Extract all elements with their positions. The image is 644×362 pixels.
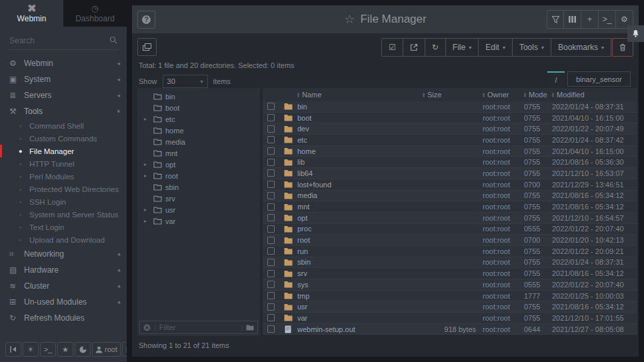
table-row-sbin[interactable]: sbinroot:root07552022/01/24 - 08:37:31 — [263, 257, 637, 269]
table-row-lost-found[interactable]: lost+foundroot:root07002021/12/29 - 13:4… — [263, 179, 637, 191]
table-row-root[interactable]: rootroot:root07002022/01/20 - 10:42:13 — [263, 235, 637, 246]
tree-item-bin[interactable]: bin — [137, 91, 260, 102]
expand-arrow-icon[interactable]: ▸ — [144, 116, 153, 122]
sidebar-subitem-command-shell[interactable]: ∘Command Shell — [0, 119, 127, 132]
breadcrumb-root[interactable]: / — [547, 71, 565, 87]
table-row-dev[interactable]: devroot:root07552022/01/22 - 20:07:49 — [263, 123, 637, 135]
table-row-opt[interactable]: optroot:root07552021/12/10 - 16:54:57 — [263, 213, 637, 224]
breadcrumb-current[interactable]: binary_sensor — [567, 71, 631, 87]
sidebar-subitem-upload-and-download[interactable]: ∘Upload and Download — [0, 233, 127, 246]
row-checkbox[interactable] — [267, 214, 275, 221]
sidebar-item-tools[interactable]: ⚒Tools▾ — [0, 103, 127, 119]
table-row-webmin-setup-out[interactable]: webmin-setup.out918 bytesroot:root064420… — [263, 324, 637, 335]
row-checkbox[interactable] — [267, 125, 275, 133]
terminal-prompt-button[interactable]: >_ — [599, 10, 616, 29]
table-row-boot[interactable]: bootroot:root07552021/04/10 - 16:15:00 — [263, 113, 637, 124]
tree-item-sbin[interactable]: sbin — [137, 181, 260, 193]
columns-button[interactable] — [564, 10, 581, 29]
tree-item-mnt[interactable]: mnt — [137, 147, 260, 159]
column-header-modified[interactable]: ▴▾Modified — [552, 91, 637, 99]
row-checkbox[interactable] — [267, 247, 275, 255]
tree-item-root[interactable]: ▸root — [137, 170, 260, 181]
row-checkbox[interactable] — [267, 203, 275, 211]
sidebar-item-un-used-modules[interactable]: ⊞Un-used Modules◂ — [0, 294, 127, 310]
row-checkbox[interactable] — [267, 259, 275, 266]
sidebar-item-cluster[interactable]: ≋Cluster◂ — [0, 278, 127, 294]
tree-item-home[interactable]: home — [137, 125, 260, 136]
refresh-button[interactable]: ↻ — [425, 38, 446, 57]
table-row-media[interactable]: mediaroot:root07552021/08/16 - 05:34:12 — [263, 191, 637, 202]
table-row-usr[interactable]: usrroot:root07552021/08/16 - 05:34:12 — [263, 301, 637, 313]
tree-item-usr[interactable]: ▸usr — [137, 204, 260, 215]
column-header-owner[interactable]: ▴▾Owner — [483, 91, 524, 99]
table-row-lib64[interactable]: lib64root:root07552021/12/10 - 16:53:07 — [263, 168, 637, 179]
tree-item-media[interactable]: media — [137, 136, 260, 147]
menu-file-button[interactable]: File▾ — [446, 38, 479, 57]
table-row-lib[interactable]: libroot:root07552021/08/16 - 05:36:30 — [263, 157, 637, 168]
sidebar-subitem-http-tunnel[interactable]: ∘HTTP Tunnel — [0, 157, 127, 170]
plus-button[interactable]: + — [581, 10, 599, 29]
export-button[interactable] — [403, 38, 425, 57]
sidebar-item-servers[interactable]: ≣Servers◂ — [0, 87, 127, 103]
table-row-bin[interactable]: binroot:root07552022/01/24 - 08:37:31 — [263, 101, 637, 113]
row-checkbox[interactable] — [267, 159, 275, 166]
row-checkbox[interactable] — [267, 192, 275, 199]
sidebar-item-refresh-modules[interactable]: ↻Refresh Modules — [0, 310, 127, 326]
table-row-run[interactable]: runroot:root07552022/01/22 - 20:09:21 — [263, 246, 637, 257]
favorite-star-icon[interactable]: ☆ — [344, 12, 355, 27]
duplicate-window-button[interactable] — [137, 38, 157, 56]
user-button[interactable]: root — [92, 342, 121, 357]
row-checkbox[interactable] — [267, 270, 275, 277]
row-checkbox[interactable] — [267, 237, 275, 244]
expand-arrow-icon[interactable]: ▸ — [144, 218, 153, 224]
menu-tools-button[interactable]: Tools▾ — [513, 38, 551, 57]
menu-edit-button[interactable]: Edit▾ — [479, 38, 513, 57]
page-size-select[interactable]: 30 ▾ — [163, 75, 208, 88]
select-all-button[interactable]: ☑ — [381, 38, 403, 57]
tree-item-opt[interactable]: ▸opt — [137, 159, 260, 170]
sidebar-subitem-system-and-server-status[interactable]: ∘System and Server Status — [0, 208, 127, 221]
table-row-etc[interactable]: etcroot:root07552022/01/24 - 08:37:42 — [263, 135, 637, 146]
column-header-size[interactable]: ▴▾Size — [423, 91, 483, 99]
column-header-name[interactable]: ▴▾Name — [297, 91, 423, 99]
row-checkbox[interactable] — [267, 103, 275, 110]
sidebar-subitem-text-login[interactable]: ∘Text Login — [0, 221, 127, 233]
tab-webmin[interactable]: ⌘ Webmin — [0, 0, 63, 27]
terminal-button[interactable]: >_ — [40, 342, 56, 357]
folder-filter-icon[interactable] — [246, 324, 254, 331]
sidebar-item-networking[interactable]: ⌗Networking◂ — [0, 246, 127, 262]
tree-item-etc[interactable]: ▸etc — [137, 113, 260, 125]
filter-funnel-button[interactable] — [547, 10, 564, 29]
clear-filter-icon[interactable] — [143, 324, 151, 331]
table-row-tmp[interactable]: tmproot:root17772022/01/25 - 10:00:03 — [263, 291, 637, 302]
filter-input[interactable] — [159, 323, 237, 331]
notifications-button[interactable] — [627, 25, 644, 42]
menu-bookmarks-button[interactable]: Bookmarks▾ — [551, 38, 611, 57]
row-checkbox[interactable] — [267, 136, 275, 143]
expand-arrow-icon[interactable]: ▸ — [144, 161, 153, 167]
row-checkbox[interactable] — [267, 169, 275, 177]
tab-dashboard[interactable]: ◷ Dashboard — [63, 0, 127, 27]
sidebar-subitem-perl-modules[interactable]: ∘Perl Modules — [0, 170, 127, 183]
table-row-sys[interactable]: sysroot:root05552022/01/22 - 20:07:40 — [263, 279, 637, 291]
tree-item-boot[interactable]: boot — [137, 102, 260, 113]
collapse-sidebar-button[interactable] — [5, 342, 21, 357]
tree-item-srv[interactable]: srv — [137, 193, 260, 204]
sidebar-item-webmin[interactable]: ⚙Webmin◂ — [0, 55, 127, 71]
expand-arrow-icon[interactable]: ▸ — [144, 173, 153, 179]
tree-item-var[interactable]: ▸var — [137, 215, 260, 227]
sidebar-subitem-protected-web-directories[interactable]: ∘Protected Web Directories — [0, 183, 127, 195]
help-button[interactable]: ? — [137, 11, 155, 29]
sidebar-item-system[interactable]: ▣System◂ — [0, 71, 127, 87]
table-row-srv[interactable]: srvroot:root07552021/08/16 - 05:34:12 — [263, 268, 637, 279]
row-checkbox[interactable] — [267, 181, 275, 188]
row-checkbox[interactable] — [267, 114, 275, 121]
sidebar-subitem-ssh-login[interactable]: ∘SSH Login — [0, 195, 127, 208]
table-row-var[interactable]: varroot:root07552021/12/10 - 17:01:55 — [263, 313, 637, 324]
expand-arrow-icon[interactable]: ▸ — [144, 207, 153, 213]
row-checkbox[interactable] — [267, 314, 275, 321]
table-row-proc[interactable]: procroot:root05552022/01/22 - 20:07:40 — [263, 224, 637, 235]
theme-sun-button[interactable]: ☀ — [23, 342, 39, 357]
row-checkbox[interactable] — [267, 281, 275, 288]
sidebar-subitem-file-manager[interactable]: ●File Manager — [0, 145, 127, 157]
